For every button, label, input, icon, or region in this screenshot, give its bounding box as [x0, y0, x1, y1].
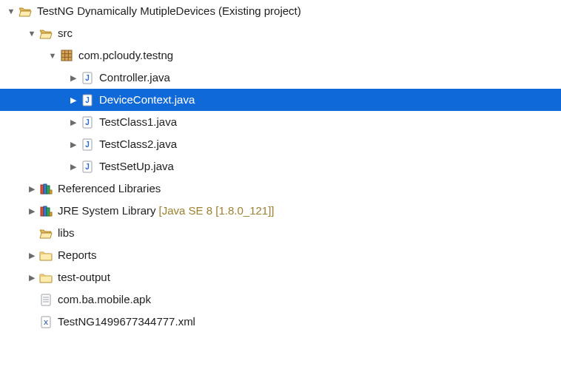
tree-item-libs[interactable]: ▶ libs — [0, 222, 561, 244]
java-file-icon — [80, 115, 95, 129]
xml-file-icon — [38, 314, 53, 329]
tree-item-label: libs — [57, 222, 75, 244]
expand-arrow-icon[interactable]: ▶ — [67, 111, 80, 133]
java-file-icon — [80, 159, 95, 174]
tree-item-label: TestClass2.java — [98, 133, 177, 155]
tree-item-test-output[interactable]: ▶ test-output — [0, 266, 561, 288]
tree-item-label: TestClass1.java — [98, 111, 177, 133]
folder-icon — [38, 270, 53, 285]
tree-item-label: Reports — [57, 244, 97, 266]
folder-open-icon — [18, 4, 33, 18]
tree-item-testng-xml[interactable]: ▶ TestNG1499677344777.xml — [0, 311, 561, 333]
project-explorer-tree: ▼ TestNG Dynamically MutipleDevices (Exi… — [0, 0, 561, 333]
tree-item-jre-system-library[interactable]: ▶ JRE System Library [Java SE 8 [1.8.0_1… — [0, 200, 561, 222]
tree-item-label: test-output — [57, 266, 110, 288]
tree-item-suffix: [Java SE 8 [1.8.0_121]] — [159, 200, 275, 222]
tree-item-devicecontext-java[interactable]: ▶ DeviceContext.java — [0, 89, 561, 111]
expand-arrow-icon[interactable]: ▼ — [46, 44, 59, 67]
library-icon — [38, 203, 53, 218]
tree-item-src[interactable]: ▼ src — [0, 22, 561, 44]
tree-item-controller-java[interactable]: ▶ Controller.java — [0, 67, 561, 89]
tree-item-label: JRE System Library — [57, 200, 156, 222]
tree-item-label: src — [57, 22, 73, 44]
expand-arrow-icon[interactable]: ▼ — [4, 0, 18, 22]
expand-arrow-icon[interactable]: ▼ — [25, 22, 38, 44]
tree-item-project-root[interactable]: ▼ TestNG Dynamically MutipleDevices (Exi… — [0, 0, 561, 22]
expand-arrow-icon[interactable]: ▶ — [67, 133, 80, 155]
tree-item-label: Controller.java — [98, 67, 170, 89]
expand-arrow-icon[interactable]: ▶ — [25, 266, 38, 288]
folder-icon — [38, 226, 53, 240]
expand-arrow-icon[interactable]: ▶ — [67, 67, 80, 89]
folder-open-icon — [38, 26, 53, 41]
tree-item-package[interactable]: ▼ com.pcloudy.testng — [0, 44, 561, 67]
tree-item-apk-file[interactable]: ▶ com.ba.mobile.apk — [0, 288, 561, 311]
expand-arrow-icon[interactable]: ▶ — [25, 200, 38, 222]
file-icon — [38, 292, 53, 307]
tree-item-label: TestSetUp.java — [98, 155, 174, 178]
tree-item-testclass2-java[interactable]: ▶ TestClass2.java — [0, 133, 561, 155]
tree-item-label: Referenced Libraries — [57, 178, 161, 200]
expand-arrow-icon[interactable]: ▶ — [25, 244, 38, 266]
java-file-icon — [80, 92, 95, 107]
tree-item-testclass1-java[interactable]: ▶ TestClass1.java — [0, 111, 561, 133]
expand-arrow-icon[interactable]: ▶ — [67, 89, 80, 111]
tree-item-label: com.ba.mobile.apk — [57, 288, 151, 311]
tree-item-referenced-libraries[interactable]: ▶ Referenced Libraries — [0, 178, 561, 200]
tree-item-label: TestNG1499677344777.xml — [57, 311, 195, 333]
tree-item-label: com.pcloudy.testng — [78, 44, 173, 67]
library-icon — [38, 181, 53, 196]
package-icon — [59, 48, 74, 63]
java-file-icon — [80, 70, 95, 85]
folder-icon — [38, 248, 53, 263]
tree-item-label: TestNG Dynamically MutipleDevices (Exist… — [36, 0, 301, 22]
tree-item-reports[interactable]: ▶ Reports — [0, 244, 561, 266]
java-file-icon — [80, 137, 95, 152]
tree-item-testsetup-java[interactable]: ▶ TestSetUp.java — [0, 155, 561, 178]
tree-item-label: DeviceContext.java — [98, 89, 195, 111]
expand-arrow-icon[interactable]: ▶ — [67, 155, 80, 178]
expand-arrow-icon[interactable]: ▶ — [25, 178, 38, 200]
